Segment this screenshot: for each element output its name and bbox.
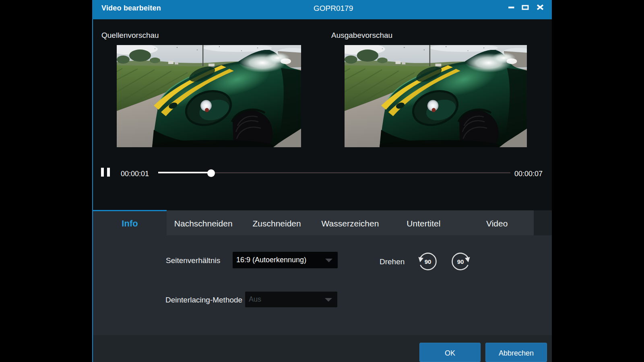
svg-text:90: 90 [425,258,431,265]
svg-text:90: 90 [457,258,464,265]
